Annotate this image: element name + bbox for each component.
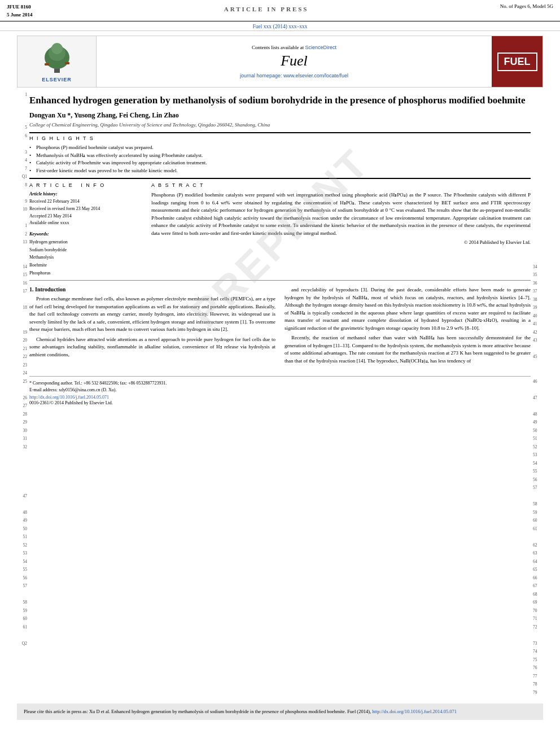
ln-10: 10 xyxy=(17,207,27,215)
ln-59: 59 xyxy=(17,608,27,617)
right-col-text: and recyclability of byproducts [3]. Dur… xyxy=(285,286,531,365)
svg-rect-5 xyxy=(65,62,69,64)
ln-49: 49 xyxy=(17,518,27,526)
ln-46 xyxy=(17,477,27,486)
ln-47-blank xyxy=(17,485,27,493)
body-col-left: 1. Introduction Proton exchange membrane… xyxy=(29,286,275,367)
rln-40: 40 xyxy=(533,313,543,322)
ln-blank19 xyxy=(17,632,27,641)
divider-after-abstract xyxy=(29,280,531,281)
ln-blank16 xyxy=(17,469,27,477)
citation-text: Fuel xxx (2014) xxx–xxx xyxy=(253,24,308,29)
rln-77: 77 xyxy=(533,674,543,682)
ln-15: 15 xyxy=(17,272,27,281)
ln-57: 57 xyxy=(17,583,27,592)
cite-box: Please cite this article in press as: Xu… xyxy=(17,704,543,720)
ln-14: 14 xyxy=(17,264,27,273)
intro-text-2: Chemical hydrides have attracted wide at… xyxy=(29,336,275,359)
ln-32: 32 xyxy=(17,444,27,453)
ln-5: 5 xyxy=(17,125,27,133)
science-direct-link[interactable]: ScienceDirect xyxy=(305,45,336,50)
rln-41: 41 xyxy=(533,321,543,330)
copyright: © 2014 Published by Elsevier Ltd. xyxy=(151,239,531,245)
keyword-2: Sodium borohydride xyxy=(29,246,142,254)
ln-blank4 xyxy=(17,141,27,150)
abstract-col: A B S T R A C T Phosphorus (P) modified … xyxy=(151,182,531,277)
rln-46: 46 xyxy=(533,379,543,387)
highlight-item-3: Catalytic activity of P/boehmite was imp… xyxy=(29,159,531,167)
ln-52: 52 xyxy=(17,543,27,551)
abstract-text: Phosphorus (P) modified boehmite catalys… xyxy=(151,191,531,237)
ln-25: 25 xyxy=(17,379,27,387)
ln-3: 3 xyxy=(17,150,27,158)
ln-23: 23 xyxy=(17,362,27,371)
doi-link[interactable]: http://dx.doi.org/10.1016/j.fuel.2014.05… xyxy=(29,395,531,400)
rln-43: 43 xyxy=(533,338,543,346)
ln-61: 61 xyxy=(17,624,27,633)
ln-blank13 xyxy=(17,387,27,395)
keywords-label: Keywords: xyxy=(29,231,142,237)
svg-rect-4 xyxy=(45,63,49,65)
ln-7: 7 xyxy=(17,166,27,174)
rln-63: 63 xyxy=(533,551,543,559)
ln-51: 51 xyxy=(17,534,27,543)
highlights-label: H I G H L I G H T S xyxy=(29,136,531,141)
ln-16: 16 xyxy=(17,281,27,289)
contents-label: Contents lists available at xyxy=(252,45,304,50)
ln-50: 50 xyxy=(17,526,27,535)
received-date: Received 22 February 2014 xyxy=(29,198,142,206)
ln-11: 1 xyxy=(17,223,27,231)
rln-75: 75 xyxy=(533,657,543,666)
rln-66: 66 xyxy=(533,575,543,584)
authors-line: Dongyan Xu *, Yusong Zhang, Fei Cheng, L… xyxy=(29,111,531,120)
keyword-4: Boehmite xyxy=(29,261,142,269)
ln-12: 2 xyxy=(17,231,27,240)
journal-name: Fuel xyxy=(281,53,308,69)
rln-58r: 58 xyxy=(533,501,543,510)
rln-59r: 59 xyxy=(533,510,543,518)
ln-8: 8 xyxy=(17,182,27,191)
divider-after-highlights xyxy=(29,178,531,179)
highlights-list: Phosphorus (P) modified boehmite catalys… xyxy=(29,144,531,174)
article-main: Enhanced hydrogen generation by methanol… xyxy=(29,91,531,698)
left-line-numbers: 1 5 6 3 4 7 Q1 8 9 10 1 2 13 14 15 16 17 xyxy=(17,91,29,698)
ln-58: 58 xyxy=(17,600,27,608)
ln-9: 9 xyxy=(17,199,27,207)
ln-24: 24 xyxy=(17,370,27,379)
rln-38: 38 xyxy=(533,297,543,305)
rln-34: 34 xyxy=(533,264,543,273)
journal-homepage: journal homepage: www.elsevier.com/locat… xyxy=(240,73,348,78)
ln-blank3 xyxy=(17,117,27,125)
ln-blank7 xyxy=(17,215,27,224)
ln-blank14 xyxy=(17,452,27,461)
article-info-label: A R T I C L E I N F O xyxy=(29,182,142,188)
highlights-section: H I G H L I G H T S Phosphorus (P) modif… xyxy=(29,136,531,174)
ln-26: 26 xyxy=(17,395,27,404)
right-para-2: Recently, the reaction of methanol rathe… xyxy=(285,334,531,365)
journal-code: JFUE 8160 xyxy=(7,4,31,10)
cite-box-link[interactable]: http://dx.doi.org/10.1016/j.fuel.2014.05… xyxy=(372,709,457,714)
ln-blank8 xyxy=(17,248,27,256)
info-abstract-block: A R T I C L E I N F O Article history: R… xyxy=(29,182,531,277)
citation-line: Fuel xxx (2014) xxx–xxx xyxy=(0,21,560,31)
journal-center-block: Contents lists available at ScienceDirec… xyxy=(97,36,492,87)
science-direct-line: Contents lists available at ScienceDirec… xyxy=(252,45,336,50)
rln-48r: 48 xyxy=(533,412,543,420)
ln-blank9 xyxy=(17,256,27,264)
divider-after-affiliation xyxy=(29,132,531,133)
cite-box-text: Please cite this article in press as: Xu… xyxy=(24,709,371,714)
footer-section: * Corresponding author. Tel.: +86 532 84… xyxy=(29,376,531,405)
elsevier-tree-icon xyxy=(34,41,80,75)
rln-64: 64 xyxy=(533,559,543,567)
article-title: Enhanced hydrogen generation by methanol… xyxy=(29,94,531,107)
ln-48: 48 xyxy=(17,510,27,518)
keyword-5: Phosphorus xyxy=(29,269,142,277)
rln-42: 42 xyxy=(533,330,543,338)
ln-blank18 xyxy=(17,592,27,600)
rln-51r: 51 xyxy=(533,436,543,444)
ln-22: 22 xyxy=(17,354,27,362)
rln-57r: 57 xyxy=(533,485,543,493)
rln-53r: 53 xyxy=(533,452,543,461)
revised-date: Received in revised form 23 May 2014 xyxy=(29,206,142,213)
publication-date: 5 June 2014 xyxy=(7,12,33,18)
